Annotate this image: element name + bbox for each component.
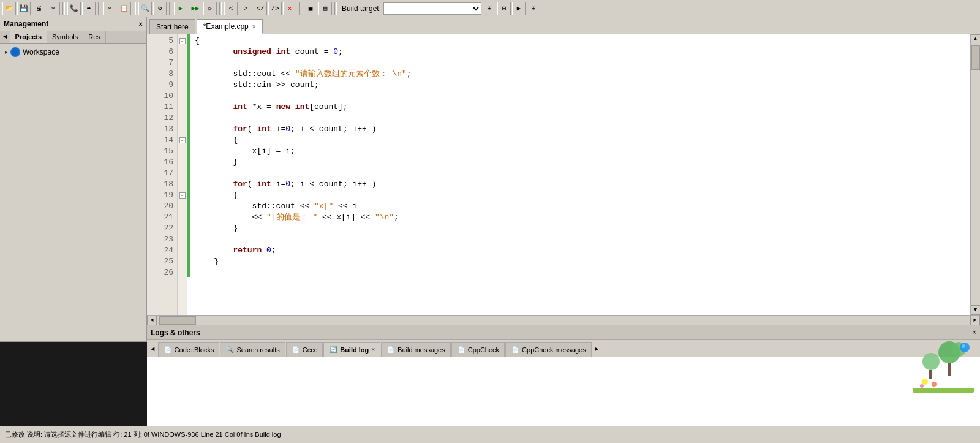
code-line[interactable]: }: [195, 157, 965, 168]
toolbar-btn-nav2[interactable]: >: [239, 2, 252, 15]
fold-box[interactable]: −: [179, 192, 186, 199]
code-line[interactable]: {: [195, 190, 965, 201]
code-line[interactable]: [195, 91, 965, 102]
toolbar-btn-more4[interactable]: ⊞: [527, 2, 540, 15]
editor-tab-example-cpp-close[interactable]: ×: [252, 23, 256, 30]
toolbar-btn-cut[interactable]: ✂: [103, 2, 116, 15]
code-line[interactable]: int *x = new int[count];: [195, 102, 965, 113]
code-line[interactable]: [195, 234, 965, 245]
code-token: i=: [271, 124, 285, 134]
hscroll-right-arrow[interactable]: ►: [970, 316, 980, 325]
toolbar-sep-6: [299, 2, 301, 15]
management-tab-projects[interactable]: Projects: [10, 31, 47, 43]
workspace-tree-item[interactable]: ▸ Workspace: [2, 46, 144, 58]
vscroll-down-arrow[interactable]: ▼: [971, 305, 981, 315]
code-line[interactable]: return 0;: [195, 245, 965, 256]
logs-close-button[interactable]: ×: [972, 329, 976, 336]
toolbar-btn-stop[interactable]: ✕: [283, 2, 296, 15]
log-tab-search-results[interactable]: 🔍 Search results: [220, 342, 285, 357]
management-close-button[interactable]: ×: [139, 20, 143, 28]
vscroll-up-arrow[interactable]: ▲: [971, 34, 981, 44]
workspace-label: Workspace: [23, 48, 59, 56]
build-target-select[interactable]: [383, 2, 481, 15]
log-tab-codeblocks[interactable]: 📄 Code::Blocks: [158, 342, 220, 357]
build-messages-tab-icon: 📄: [386, 346, 395, 354]
fold-marker[interactable]: −: [178, 36, 187, 47]
code-token: std::cout <<: [195, 202, 314, 211]
toolbar-btn-gear[interactable]: ⚙: [153, 2, 167, 15]
vertical-scrollbar[interactable]: ▲ ▼: [970, 34, 980, 315]
toolbar-btn-window[interactable]: ▣: [304, 2, 317, 15]
log-tab-build-log-label: Build log: [340, 346, 369, 354]
code-line[interactable]: }: [195, 223, 965, 234]
toolbar-btn-6[interactable]: ➡: [82, 2, 96, 15]
code-line[interactable]: std::cout << "请输入数组的元素个数： \n";: [195, 69, 965, 80]
code-line[interactable]: std::cout << "x[" << i: [195, 201, 965, 212]
management-tab-symbols[interactable]: Symbols: [47, 31, 83, 43]
code-line[interactable]: [195, 58, 965, 69]
toolbar-btn-run2[interactable]: ▶▶: [189, 2, 202, 15]
toolbar-btn-info[interactable]: ▤: [318, 2, 332, 15]
toolbar-btn-more3[interactable]: ▶: [512, 2, 526, 15]
toolbar-btn-more1[interactable]: ⊞: [483, 2, 496, 15]
toolbar-btn-run[interactable]: ▶: [174, 2, 187, 15]
code-line[interactable]: [195, 267, 965, 278]
code-token: new: [276, 102, 290, 112]
toolbar-btn-1[interactable]: 📂: [2, 2, 16, 15]
code-line[interactable]: for( int i=0; i < count; i++ ): [195, 124, 965, 135]
toolbar-btn-nav4[interactable]: />: [268, 2, 282, 15]
fold-box[interactable]: −: [179, 38, 186, 44]
management-tab-res[interactable]: Res: [83, 31, 106, 43]
management-tab-left-arrow[interactable]: ◄: [0, 31, 10, 43]
code-line[interactable]: << "]的值是： " << x[i] << "\n";: [195, 212, 965, 223]
fold-marker: [178, 223, 187, 234]
code-token: [195, 47, 233, 56]
toolbar-btn-search[interactable]: 🔍: [138, 2, 152, 15]
vscroll-thumb[interactable]: [971, 45, 980, 70]
line-numbers: 567891011121314151617181920212223242526: [147, 34, 178, 315]
hscroll-thumb[interactable]: [159, 316, 196, 325]
code-token: [195, 102, 233, 112]
log-tab-cppcheck[interactable]: 📄 CppCheck: [451, 342, 505, 357]
code-token: 0: [285, 124, 290, 134]
toolbar-btn-nav1[interactable]: <: [224, 2, 238, 15]
toolbar-btn-5[interactable]: 📞: [67, 2, 81, 15]
toolbar-btn-2[interactable]: 💾: [17, 2, 31, 15]
editor-tab-start-here[interactable]: Start here: [149, 19, 195, 34]
log-tab-build-log-close[interactable]: ×: [371, 346, 375, 353]
hscroll-left-arrow[interactable]: ◄: [147, 316, 157, 325]
toolbar-btn-4[interactable]: ✂: [47, 2, 60, 15]
toolbar-btn-more2[interactable]: ⊟: [497, 2, 511, 15]
fold-box[interactable]: −: [179, 137, 186, 143]
toolbar-btn-run3[interactable]: ▷: [203, 2, 217, 15]
horizontal-scrollbar[interactable]: ◄ ►: [147, 315, 980, 325]
line-number: 7: [147, 58, 177, 69]
toolbar-btn-nav3[interactable]: </: [254, 2, 267, 15]
log-tab-cccc[interactable]: 📄 Cccc: [286, 342, 323, 357]
code-line[interactable]: x[i] = i;: [195, 146, 965, 157]
code-line[interactable]: }: [195, 256, 965, 267]
logs-tab-left-arrow[interactable]: ◄: [148, 342, 157, 357]
logs-tab-right-arrow[interactable]: ►: [592, 342, 601, 357]
log-tab-build-log[interactable]: 🔄 Build log ×: [323, 342, 380, 357]
fold-marker: [178, 234, 187, 245]
tree-expand-arrow[interactable]: ▸: [5, 49, 8, 55]
fold-marker[interactable]: −: [178, 190, 187, 201]
editor-tab-example-cpp[interactable]: *Example.cpp ×: [197, 19, 263, 34]
code-token: "x[": [314, 202, 333, 211]
code-line[interactable]: for( int i=0; i < count; i++ ): [195, 179, 965, 190]
log-tab-cppcheck-messages[interactable]: 📄 CppCheck messages: [505, 342, 592, 357]
logs-tabs: ◄ 📄 Code::Blocks 🔍 Search results 📄 Cccc…: [147, 340, 980, 357]
toolbar-btn-copy[interactable]: 📋: [118, 2, 131, 15]
code-line[interactable]: std::cin >> count;: [195, 80, 965, 91]
code-line[interactable]: [195, 168, 965, 179]
code-line[interactable]: unsigned int count = 0;: [195, 47, 965, 58]
code-line[interactable]: {: [195, 135, 965, 146]
log-tab-build-messages[interactable]: 📄 Build messages: [381, 342, 451, 357]
code-content[interactable]: { unsigned int count = 0; std::cout << "…: [190, 34, 970, 315]
code-line[interactable]: {: [195, 36, 965, 47]
code-line[interactable]: [195, 113, 965, 124]
toolbar-btn-3[interactable]: 🖨: [32, 2, 45, 15]
toolbar-sep-7: [334, 2, 337, 15]
fold-marker[interactable]: −: [178, 135, 187, 146]
